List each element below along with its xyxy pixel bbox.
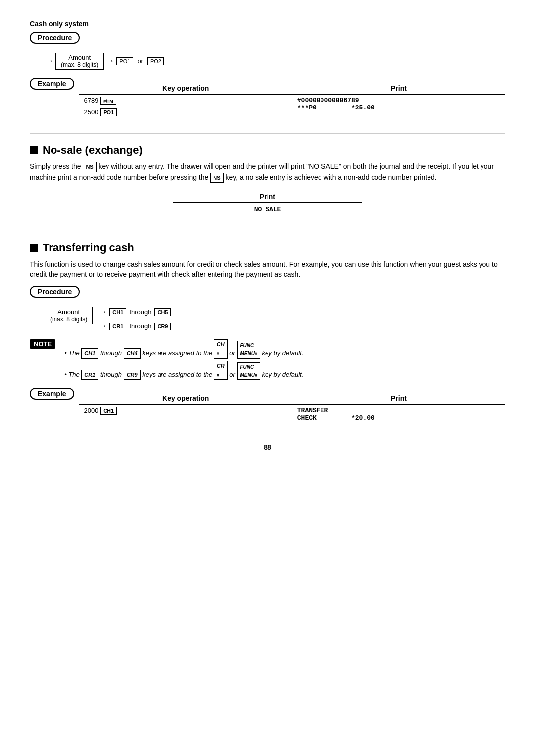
flow-through-cr: through: [129, 323, 151, 330]
amount-label-2: Amount: [50, 308, 87, 316]
note-container: NOTE • The CH1 through CH4 keys are assi…: [30, 339, 505, 380]
key-box-tm: #/TM: [100, 97, 116, 105]
example-row-1: Example Key operation Print 6789 #/TM #0…: [30, 78, 505, 118]
transferring-cash-body: This function is used to change cash sal…: [30, 259, 505, 280]
flow-arrow-ch: →: [98, 307, 107, 317]
note-badge: NOTE: [30, 339, 55, 349]
transferring-cash-heading: Transferring cash: [30, 241, 505, 254]
transferring-cash-square: [30, 244, 38, 252]
print-transfer-line2: CHECK *20.00: [297, 414, 500, 422]
procedure-badge-2: Procedure: [30, 286, 80, 298]
note-line-1: • The CH1 through CH4 keys are assigned …: [64, 339, 303, 359]
key-op-cell-transfer: 2000 CH1: [79, 405, 292, 424]
flow-arrow-2: →: [106, 56, 114, 66]
amount-sublabel-2: (max. 8 digits): [50, 316, 87, 323]
note-line-2: • The CR1 through CR9 keys are assigned …: [64, 361, 303, 380]
flow-arrow-1: →: [45, 56, 54, 66]
no-sale-body: Simply press the NS key without any entr…: [30, 162, 505, 183]
cash-only-system-section: Cash only system Procedure → Amount (max…: [30, 20, 505, 118]
no-sale-print-area: Print NO SALE: [30, 191, 505, 216]
note-func-menu-1: FUNCMENU#: [237, 341, 260, 359]
note-ch1: CH1: [81, 348, 98, 359]
print-line-1a: #000000000006789: [297, 97, 500, 104]
note-cr9: CR9: [124, 370, 141, 380]
flow-container-2: Amount (max. 8 digits) → CH1 through CH5…: [45, 307, 505, 331]
example-row-2: Example Key operation Print 2000 CH1 TRA…: [30, 388, 505, 424]
print-header-2: Print: [292, 392, 505, 405]
no-sale-print-content: NO SALE: [173, 203, 362, 216]
no-sale-print-header: Print: [173, 191, 362, 203]
procedure-flow-2: Amount (max. 8 digits) → CH1 through CH5…: [45, 307, 505, 331]
key-cr9: CR9: [154, 323, 171, 330]
print-cell-1: #000000000006789 ***P0 *25.00: [292, 95, 505, 119]
note-cr-key: CR#: [214, 361, 228, 380]
note-cr1: CR1: [81, 370, 98, 380]
print-header-1: Print: [292, 82, 505, 95]
note-func-menu-2: FUNCMENU#: [237, 362, 260, 380]
ns-key-2: NS: [210, 173, 223, 183]
transferring-cash-section: Transferring cash This function is used …: [30, 241, 505, 424]
key-ch5: CH5: [154, 308, 171, 316]
key-value-1: 6789: [84, 97, 101, 104]
example-row-transfer: 2000 CH1 TRANSFER CHECK *20.00: [79, 405, 505, 424]
flow-or-1: or: [137, 57, 143, 65]
key-value-2: 2500: [84, 108, 101, 116]
key-op-cell-2: 2500 PO1: [79, 107, 292, 118]
example-badge-1: Example: [30, 78, 74, 90]
flow-left-2: Amount (max. 8 digits): [45, 307, 93, 324]
print-cell-transfer: TRANSFER CHECK *20.00: [292, 405, 505, 424]
key-box-po1: PO1: [100, 108, 117, 116]
flow-key-po2: PO2: [147, 57, 164, 65]
flow-branches-2: → CH1 through CH5 → CR1 through CR9: [98, 307, 171, 331]
procedure-badge-1: Procedure: [30, 32, 80, 44]
print-transfer-line1: TRANSFER: [297, 407, 500, 414]
note-ch4: CH4: [124, 348, 141, 359]
flow-amount-box-2: Amount (max. 8 digits): [45, 307, 93, 324]
cash-only-system-title: Cash only system: [30, 20, 505, 28]
example-table-2: Key operation Print 2000 CH1 TRANSFER CH…: [79, 392, 505, 424]
transferring-cash-title: Transferring cash: [43, 241, 134, 254]
no-sale-heading: No-sale (exchange): [30, 144, 505, 157]
flow-amount-box-1: Amount (max. 8 digits): [55, 53, 104, 70]
key-box-ch1: CH1: [100, 407, 117, 415]
example-table-1: Key operation Print 6789 #/TM #000000000…: [79, 82, 505, 118]
note-content: • The CH1 through CH4 keys are assigned …: [64, 339, 303, 380]
flow-through-ch: through: [129, 308, 151, 316]
flow-key-po1: PO1: [116, 57, 133, 65]
print-line-1b: ***P0 *25.00: [297, 104, 500, 111]
key-ch1: CH1: [109, 308, 126, 316]
key-operation-header-2: Key operation: [79, 392, 292, 405]
amount-label-1: Amount: [61, 54, 98, 61]
key-cr1: CR1: [109, 323, 126, 330]
key-value-transfer: 2000: [84, 407, 101, 414]
flow-branch-ch: → CH1 through CH5: [98, 307, 171, 317]
key-operation-header-1: Key operation: [79, 82, 292, 95]
key-op-cell-1: 6789 #/TM: [79, 95, 292, 107]
note-ch-key: CH#: [214, 339, 228, 359]
example-badge-2: Example: [30, 388, 74, 400]
flow-branch-cr: → CR1 through CR9: [98, 321, 171, 331]
flow-arrow-cr: →: [98, 321, 107, 331]
amount-sublabel-1: (max. 8 digits): [61, 61, 98, 68]
procedure-flow-1: → Amount (max. 8 digits) → PO1 or PO2: [45, 53, 505, 70]
no-sale-title: No-sale (exchange): [43, 144, 143, 157]
no-sale-square: [30, 146, 38, 154]
no-sale-print-box: Print NO SALE: [173, 191, 362, 216]
ns-key: NS: [83, 162, 96, 172]
no-sale-section: No-sale (exchange) Simply press the NS k…: [30, 144, 505, 216]
page-number: 88: [30, 443, 505, 451]
example-row-entry-1: 6789 #/TM #000000000006789 ***P0 *25.00: [79, 95, 505, 107]
